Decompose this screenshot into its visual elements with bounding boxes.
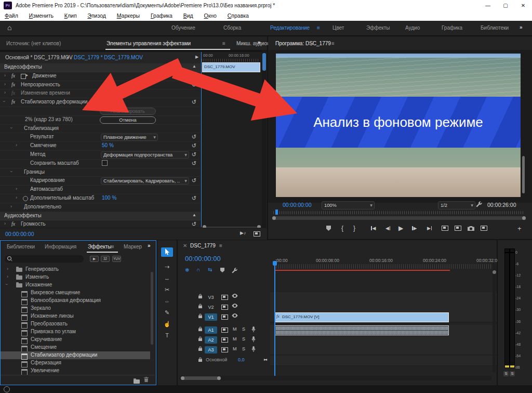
folder-distort[interactable]: ›Искажение — [1, 281, 150, 289]
effect-motion[interactable]: › fx ▸ Движение ↺ — [0, 72, 201, 81]
close-tab-icon[interactable]: ✕ — [183, 243, 187, 248]
collapse-icon[interactable]: ▲ — [192, 64, 196, 69]
lock-icon[interactable] — [198, 304, 202, 308]
workspace-tab-audio[interactable]: Аудио — [400, 21, 425, 34]
program-vscroll-thumb[interactable] — [522, 156, 525, 193]
mini-clip[interactable]: DSC_1779.MOV — [202, 62, 260, 72]
effect-item[interactable]: Преобразовать — [1, 320, 150, 328]
solo-left-button[interactable]: S — [503, 371, 509, 376]
twirl-icon[interactable]: › — [10, 204, 12, 209]
lock-icon[interactable] — [198, 294, 202, 298]
delete-trash-icon[interactable] — [144, 377, 149, 382]
source-patch-icon[interactable] — [221, 295, 228, 300]
browser-vscroll-thumb[interactable] — [151, 272, 153, 345]
ec-timecode[interactable]: 00:00:00:00 — [5, 231, 34, 237]
reset-icon[interactable]: ↺ — [192, 142, 196, 149]
reset-icon[interactable]: ↺ — [192, 82, 196, 88]
toggle-track-output-eye-icon[interactable] — [232, 313, 238, 318]
effect-item[interactable]: Сферизация — [1, 359, 150, 367]
source-patch-icon[interactable] — [221, 347, 228, 352]
mute-button[interactable]: M — [233, 346, 237, 351]
workspace-menu-icon[interactable]: ≡ — [317, 25, 320, 31]
step-back-icon[interactable]: ◀ — [385, 224, 390, 233]
effect-item[interactable]: Волнообразная деформация — [1, 297, 150, 305]
selection-tool[interactable] — [161, 247, 173, 257]
timeline-playhead[interactable] — [274, 263, 275, 381]
comparison-view-icon[interactable] — [481, 224, 487, 233]
menu-view[interactable]: Вид — [179, 11, 198, 20]
maximize-button[interactable]: ▢ — [497, 0, 514, 11]
source-patch-icon[interactable] — [221, 328, 228, 333]
tab-effects[interactable]: Эффекты — [88, 244, 111, 250]
effect-item[interactable]: Вихревое смещение — [1, 289, 150, 297]
tab-sequence[interactable]: DSC_1779 — [190, 243, 216, 248]
menu-edit[interactable]: Изменить — [24, 11, 58, 20]
menu-sequence[interactable]: Эпизод — [83, 11, 111, 20]
menu-file[interactable]: Файл — [0, 11, 23, 20]
twirl-icon[interactable]: › — [16, 186, 17, 191]
effects-search-input[interactable] — [5, 255, 84, 263]
step-forward-icon[interactable]: ▶ — [412, 224, 417, 233]
play-icon[interactable]: ▶ — [398, 224, 403, 233]
effect-time-remap[interactable]: › fx Изменение времени — [0, 89, 201, 98]
ripple-edit-tool[interactable]: ↔ — [161, 273, 173, 283]
tabs-overflow-icon[interactable]: » — [148, 243, 151, 248]
zoom-level-dropdown[interactable]: 100%▾ — [322, 201, 375, 209]
lock-icon[interactable] — [198, 357, 202, 362]
scroll-knob[interactable] — [272, 216, 276, 220]
timeline-ruler[interactable]: :00:00 00:00:08:00 00:00:16:00 00:00:24:… — [270, 256, 497, 278]
reset-icon[interactable]: ↺ — [192, 73, 196, 80]
scroll-knob[interactable] — [522, 216, 526, 220]
go-to-out-icon[interactable]: ▶ — [427, 224, 432, 233]
effect-item[interactable]: Увеличение — [1, 367, 150, 375]
effect-item[interactable]: Искажение линзы — [1, 312, 150, 320]
program-timecode[interactable]: 00:00:00:00 — [283, 202, 311, 208]
tab-program[interactable]: Программа: DSC_1779 — [275, 41, 331, 46]
scroll-knob[interactable] — [217, 376, 221, 380]
folder-modify[interactable]: ›Изменить — [1, 273, 150, 281]
panel-menu-icon[interactable]: ≡ — [111, 244, 114, 250]
new-bin-icon[interactable] — [134, 379, 140, 384]
folder-generate[interactable]: ›Генерировать — [1, 266, 150, 273]
effect-item[interactable]: Зеркало — [1, 305, 150, 312]
workspace-tab-graphics[interactable]: Графика — [436, 21, 468, 34]
ec-vscroll-thumb[interactable] — [262, 53, 266, 71]
tab-effect-controls[interactable]: Элементы управления эффектами — [107, 41, 191, 46]
track-header-a1[interactable]: A1 M S — [178, 325, 269, 334]
master-clip-label[interactable]: Основной * DSC_1779.MOV — [5, 55, 73, 60]
mute-button[interactable]: M — [233, 326, 237, 332]
twirl-open-icon[interactable]: › — [9, 127, 14, 128]
track-header-a2[interactable]: A2 M S — [178, 335, 269, 344]
tab-source[interactable]: Источник: (нет клипов) — [6, 41, 61, 46]
analyze-button[interactable]: Анализировать — [100, 108, 156, 115]
pen-tool[interactable]: ✎ — [161, 308, 173, 317]
twirl-open-icon[interactable]: › — [9, 171, 14, 172]
workspace-tab-effects[interactable]: Эффекты — [361, 21, 395, 34]
effect-item[interactable]: Скручивание — [1, 336, 150, 344]
twirl-icon[interactable]: › — [4, 73, 6, 78]
effect-item[interactable]: Смещение — [1, 344, 150, 351]
method-dropdown[interactable]: Деформация подпространства▾ — [101, 151, 189, 159]
menu-window[interactable]: Окно — [200, 11, 221, 20]
program-video-frame[interactable]: Анализ в фоновом режиме — [276, 54, 521, 197]
timeline-timecode[interactable]: 00:00:00:00 — [185, 255, 221, 263]
lock-icon[interactable] — [198, 336, 202, 341]
source-patch-icon[interactable] — [221, 337, 228, 343]
twirl-open-icon[interactable]: › — [2, 101, 7, 102]
timeline-vscrollbar[interactable] — [493, 263, 496, 372]
framing-dropdown[interactable]: Стабилизировать, Кадрировать, ..▾ — [101, 177, 189, 185]
video-clip-v1[interactable]: fx DSC_1779.MOV [V] — [274, 312, 449, 322]
menu-help[interactable]: Справка — [223, 11, 254, 20]
track-header-v2[interactable]: V2 — [178, 302, 269, 311]
voiceover-mic-icon[interactable] — [251, 336, 256, 342]
lock-icon[interactable] — [198, 313, 202, 318]
smoothness-value[interactable]: 50 % — [102, 142, 114, 148]
solo-right-button[interactable]: S — [510, 371, 515, 376]
cancel-button[interactable]: Отмена — [100, 116, 156, 124]
home-icon[interactable]: ⌂ — [7, 23, 11, 32]
solo-button[interactable]: S — [242, 336, 245, 342]
timeline-playhead-head[interactable] — [273, 261, 277, 266]
solo-button[interactable]: S — [242, 346, 245, 351]
scroll-knob[interactable] — [493, 270, 496, 274]
mute-button[interactable]: M — [233, 336, 237, 342]
